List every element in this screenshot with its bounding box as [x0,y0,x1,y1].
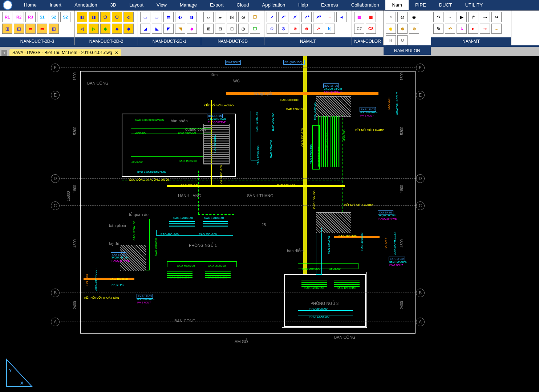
ribbon-button[interactable]: ◇ [123,12,134,22]
ribbon-button[interactable]: ⊙ [267,24,277,34]
menu-duct[interactable]: DUCT [433,0,459,10]
ribbon-button[interactable]: ◢ [140,24,150,34]
ribbon-button[interactable]: ≡ [491,24,502,34]
ribbon-button[interactable]: ○ [386,12,396,22]
ribbon-button[interactable]: ⦾ [278,24,288,34]
ribbon-button[interactable]: ◈ [100,24,110,34]
ribbon-button[interactable]: ⊚ [290,24,300,34]
ribbon-button[interactable]: ◧ [77,12,87,22]
ribbon-button[interactable]: ◆ [187,24,197,34]
room-label: tắm [211,73,218,77]
ribbon-button[interactable]: ◎ [397,12,408,22]
ribbon-button[interactable]: ◄ [336,12,346,22]
ribbon-button[interactable]: ↣ [491,12,502,22]
ribbon-button[interactable]: ▦ [366,12,376,22]
ribbon-button[interactable]: ↱ [468,12,478,22]
ribbon-button[interactable]: ↗⁴ [301,12,312,22]
menu-utility[interactable]: UTILITY [459,0,489,10]
ribbon-button[interactable]: ⊡ [227,24,237,34]
ribbon-button[interactable]: ▭ [140,12,150,22]
menu-cloud[interactable]: Cloud [230,0,256,10]
ribbon-button[interactable]: R3 [25,12,36,22]
ribbon-button[interactable]: ◈ [112,24,122,34]
ribbon-button[interactable]: ⇢ [480,24,490,34]
menu-help[interactable]: Help [292,0,315,10]
ribbon-button[interactable]: H [386,35,396,45]
ribbon-button[interactable]: R1 [2,12,12,22]
ribbon-button[interactable]: ◨ [89,12,99,22]
ribbon-button[interactable]: ◫ [14,24,24,34]
ribbon-button[interactable]: ⊞ [203,24,214,34]
ribbon-button[interactable]: ◁ [77,24,87,34]
close-tab-icon[interactable]: × [115,50,118,56]
menu-annotation[interactable]: Annotation [68,0,104,10]
ribbon-button[interactable]: U [397,35,408,45]
ribbon-button[interactable]: ⬒ [163,12,174,22]
ribbon-button[interactable]: ↗⁵ [313,12,323,22]
ribbon-button[interactable]: S2 [60,12,70,22]
ribbon-button[interactable]: ► [468,24,478,34]
ribbon-button[interactable]: ◐ [175,12,185,22]
ribbon-button[interactable]: S2 [49,12,59,22]
menu-express[interactable]: Express [315,0,345,10]
ribbon-button[interactable]: ▦ [354,12,364,22]
ribbon-button[interactable]: ◈ [123,24,134,34]
ribbon-button[interactable]: ◳ [227,12,237,22]
ribbon-button[interactable]: ◷ [238,24,248,34]
ribbon-button[interactable]: ◉ [409,12,419,22]
menu-nam[interactable]: Nam [385,0,408,10]
ribbon-button[interactable]: ▱ [152,12,162,22]
ribbon-button[interactable]: ↗² [278,12,288,22]
ribbon-button[interactable]: ⊟ [215,24,225,34]
document-tab[interactable]: SAVA - DWGS - Biet Thu Mr.Liem - 2019.04… [9,49,121,56]
ribbon-button[interactable]: ◑ [187,12,197,22]
ribbon-button[interactable]: ◫ [2,24,12,34]
menu-export[interactable]: Export [203,0,230,10]
ribbon-button[interactable]: ↷ [433,12,443,22]
ribbon-button[interactable]: ⊕ [397,24,408,34]
ribbon-button[interactable]: ◉ [386,24,396,34]
ribbon-button[interactable]: S1 [37,12,47,22]
ribbon-button[interactable]: ◫ [49,24,59,34]
menu-3d[interactable]: 3D [104,0,123,10]
menu-collaboration[interactable]: Collaboration [345,0,386,10]
ribbon-button[interactable]: ⊛ [301,24,312,34]
menu-insert[interactable]: Insert [43,0,68,10]
menu-manage[interactable]: Manage [173,0,203,10]
ribbon-button[interactable]: ◤ [163,24,174,34]
ribbon-button[interactable]: ▭ [37,24,47,34]
menu-view[interactable]: View [150,0,173,10]
ribbon-button[interactable]: ▰ [215,12,225,22]
ribbon-button[interactable]: ▱ [203,12,214,22]
ribbon-button[interactable]: ❒ [250,24,260,34]
ribbon-button[interactable]: ↻ [433,24,443,34]
ribbon-button[interactable]: ▷ [89,24,99,34]
ribbon-button[interactable]: ↶ [445,24,455,34]
ribbon-button[interactable]: ⊕ [409,24,419,34]
ribbon-button[interactable]: ↳ [457,24,467,34]
ribbon-button[interactable]: ◣ [152,24,162,34]
ribbon-button[interactable]: → [445,12,455,22]
ribbon-button[interactable]: ◶ [238,12,248,22]
ribbon-button[interactable]: C8 [366,24,376,34]
ribbon-button[interactable]: ◥ [175,24,185,34]
cad-canvas[interactable]: Y X 15800 FEDCBAFEDCBA150015005300530018… [0,56,539,392]
ribbon-button[interactable]: R2 [14,12,24,22]
ribbon-button[interactable]: ▭ [25,24,36,34]
ribbon-button[interactable]: ↗ [267,12,277,22]
menu-pipe[interactable]: PIPE [409,0,433,10]
ribbon-button[interactable]: C7 [354,24,364,34]
ribbon-button[interactable]: ↗ [313,24,323,34]
ribbon-button[interactable]: ↗³ [290,12,300,22]
menu-home[interactable]: Home [17,0,43,10]
ribbon-button[interactable]: ❒ [250,12,260,22]
ribbon-button[interactable]: ⬡ [112,12,122,22]
ribbon-button[interactable]: ↝ [480,12,490,22]
ribbon-button[interactable]: h| [325,24,335,34]
ribbon-button[interactable]: ← [325,12,335,22]
menu-application[interactable]: Application [256,0,292,10]
ribbon-button[interactable]: ▶ [457,12,467,22]
ribbon-button[interactable]: ⬠ [100,12,110,22]
menu-layout[interactable]: Layout [123,0,150,10]
new-tab-button[interactable]: + [1,50,7,56]
